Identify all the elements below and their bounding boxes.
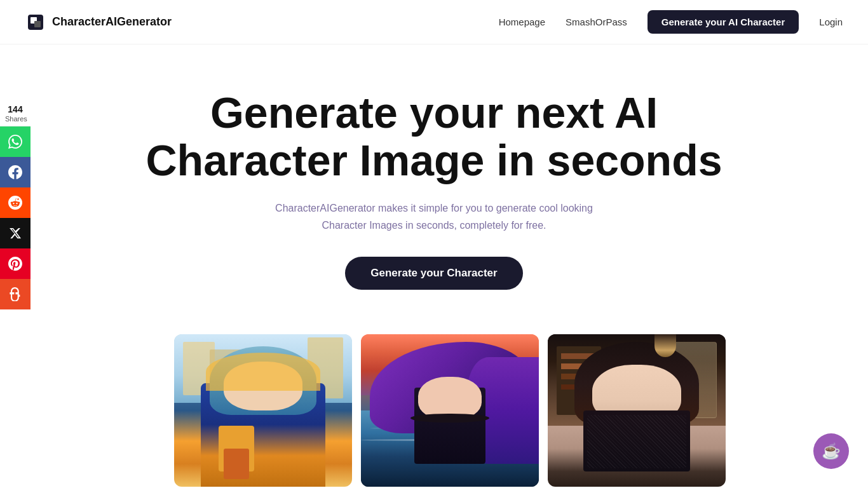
- hero-title: Generate your next AI Character Image in…: [123, 89, 745, 184]
- nav-logo[interactable]: CharacterAIGenerator: [25, 12, 172, 32]
- coffee-button[interactable]: ☕: [813, 433, 849, 469]
- nav-logo-text: CharacterAIGenerator: [52, 15, 172, 29]
- social-stumble-button[interactable]: [0, 279, 31, 309]
- nav-links: Homepage SmashOrPass Generate your AI Ch…: [499, 10, 843, 34]
- hero-title-line1: Generate your next AI: [210, 88, 658, 137]
- svg-rect-2: [34, 21, 41, 27]
- nav-link-smash[interactable]: SmashOrPass: [566, 17, 627, 27]
- pinterest-icon: [8, 257, 22, 271]
- image-card-1: [174, 334, 352, 487]
- hero-section: Generate your next AI Character Image in…: [85, 44, 783, 322]
- image-grid: [32, 334, 868, 488]
- coffee-icon: ☕: [822, 442, 841, 460]
- stumble-icon: [8, 287, 22, 301]
- social-pinterest-button[interactable]: [0, 248, 31, 279]
- hero-cta-button[interactable]: Generate your Character: [345, 257, 522, 290]
- facebook-icon: [8, 165, 22, 179]
- twitter-icon: [9, 227, 22, 240]
- hero-subtitle: CharacterAIGenerator makes it simple for…: [123, 200, 745, 234]
- social-reddit-button[interactable]: [0, 187, 31, 218]
- share-count: 144 Shares: [0, 102, 31, 126]
- nav-cta-button[interactable]: Generate your AI Character: [648, 10, 799, 34]
- logo-icon: [25, 12, 46, 32]
- hero-title-line2: Character Image in seconds: [146, 136, 722, 184]
- social-twitter-button[interactable]: [0, 218, 31, 248]
- social-sidebar: 144 Shares: [0, 102, 31, 309]
- nav-login-button[interactable]: Login: [819, 17, 843, 27]
- social-whatsapp-button[interactable]: [0, 126, 31, 157]
- nav-link-homepage[interactable]: Homepage: [499, 17, 545, 27]
- reddit-icon: [8, 196, 22, 210]
- image-card-3: [548, 334, 726, 487]
- navbar: CharacterAIGenerator Homepage SmashOrPas…: [0, 0, 868, 44]
- image-card-2: [361, 334, 539, 487]
- whatsapp-icon: [8, 135, 22, 149]
- social-facebook-button[interactable]: [0, 157, 31, 187]
